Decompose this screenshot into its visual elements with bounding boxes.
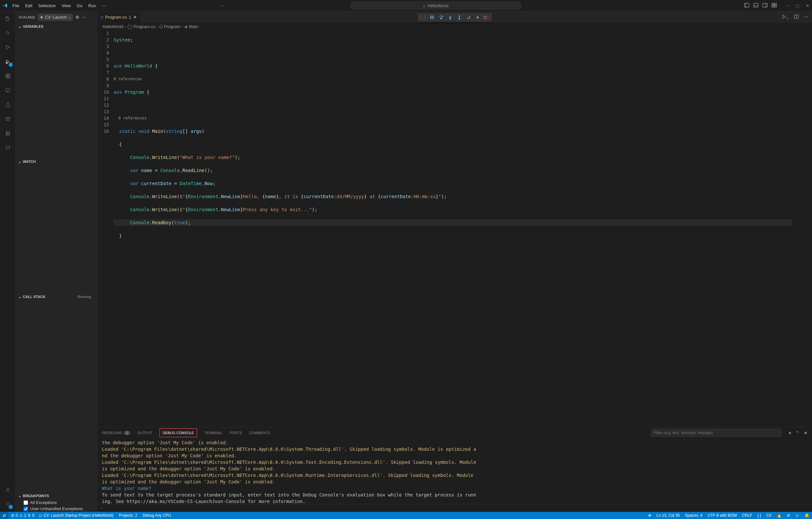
search-activity-icon[interactable] [3,28,12,37]
errors-warnings[interactable]: ⊘ 0 ⚠ 1 ↯ 0 [8,512,37,519]
menu-run[interactable]: Run [86,2,98,9]
line-gutter: 12345678910111213141516 [97,30,114,427]
tab-comments[interactable]: COMMENTS [249,428,270,437]
eol-status[interactable]: CRLF [740,513,755,518]
panel-bottom-icon[interactable] [753,3,758,9]
bp-user-exceptions[interactable]: User-Unhandled Exceptions [16,506,97,512]
bp-checkbox[interactable] [24,500,28,505]
sidebar: RUN AND DEBUG C#: Launch ⌄ ⚙ ⋯ ⌄ VARIABL… [16,11,97,512]
run-debug-icon[interactable]: 1 [3,57,12,66]
statusbar: ⇄ ⊘ 0 ⚠ 1 ↯ 0 ▷ C#: Launch Startup Proje… [0,512,812,519]
launch-settings-icon[interactable]: ⚙ [76,15,79,20]
explorer-icon[interactable] [3,14,12,23]
split-editor-icon[interactable] [794,15,799,20]
server-icon[interactable] [3,129,12,138]
nav-forward-icon[interactable]: → [229,3,233,8]
indent-status[interactable]: Spaces: 4 [683,513,705,518]
account-icon[interactable] [3,485,12,494]
chevron-down-icon: ⌄ [18,494,22,498]
launch-config-label: C#: Launch [45,15,67,20]
maximize-icon[interactable]: ▢ [795,3,799,8]
language-mode[interactable]: C# [764,513,774,518]
remote-indicator[interactable]: ⇄ [0,512,8,519]
tab-terminal[interactable]: TERMINAL [204,428,223,437]
close-icon[interactable]: ✕ [806,3,809,8]
restart-icon[interactable] [464,13,473,22]
tab-modified-badge: 1 [128,15,131,20]
code-editor[interactable]: 12345678910111213141516 System; ace Hell… [97,30,812,427]
tab-program[interactable]: Program.cs 1 ✕ [97,11,140,23]
panel-right-icon[interactable] [762,3,767,9]
menu-selection[interactable]: Selection [36,2,58,9]
chevron-down-icon: ⌄ [18,294,22,299]
run-icon[interactable]: ⌄ [782,15,789,20]
zoom-icon[interactable]: ⊕ [645,513,654,518]
references-icon[interactable] [3,115,12,124]
svg-rect-9 [775,5,776,7]
projects-status[interactable]: Projects: 2 [116,512,140,519]
breakpoints-section[interactable]: ⌄ BREAKPOINTS [16,492,97,499]
step-into-icon[interactable] [446,13,455,22]
hot-reload-icon[interactable] [473,13,482,22]
step-out-icon[interactable] [455,13,464,22]
sidebar-more-icon[interactable]: ⋯ [82,15,86,20]
menu-view[interactable]: View [59,2,74,9]
minimap[interactable] [792,30,812,427]
bp-all-exceptions[interactable]: All Exceptions [16,499,97,506]
launch-target[interactable]: ▷ C#: Launch Startup Project (HelloWorld… [37,512,116,519]
step-over-icon[interactable] [437,13,445,22]
menu-file[interactable]: File [10,2,22,9]
drag-handle-icon[interactable]: ⋮⋮ [418,13,427,22]
panel-up-icon[interactable]: ⌃ [796,431,799,435]
livshare-icon[interactable]: ⊘ [784,513,793,518]
svg-point-10 [6,31,8,34]
testing-icon[interactable] [3,100,12,109]
braces-status[interactable]: { } [755,513,764,518]
code-content[interactable]: System; ace HelloWorld { 0 references as… [114,30,812,427]
menu-more[interactable]: ⋯ [99,2,109,9]
debug-repl-input[interactable]: › [97,504,812,512]
extensions-icon[interactable] [3,71,12,81]
variables-section[interactable]: ⌄ VARIABLES [16,23,97,30]
tab-output[interactable]: OUTPUT [138,428,152,437]
source-control-icon[interactable] [3,43,12,52]
stop-icon[interactable]: ⌄ [483,13,491,22]
bp-checkbox[interactable] [24,507,28,511]
feedback-icon[interactable]: ☺ [793,513,802,518]
pause-icon[interactable] [428,13,436,22]
panel-close-icon[interactable]: ✕ [804,431,807,435]
panel-filter-input[interactable] [651,429,781,437]
editor-more-icon[interactable]: ⋯ [804,15,808,20]
menu-edit[interactable]: Edit [23,2,35,9]
breadcrumb-item[interactable]: Program.cs [134,24,155,29]
breadcrumb-item[interactable]: HelloWorld [103,24,123,29]
remote-explorer-icon[interactable] [3,86,12,95]
svg-rect-2 [754,3,758,7]
comments-activity-icon[interactable] [3,143,12,152]
panel-left-icon[interactable] [744,3,749,9]
watch-section[interactable]: ⌄ WATCH [16,158,97,165]
tab-problems[interactable]: PROBLEMS 1 [102,428,130,438]
collapse-all-icon[interactable]: ≡ [788,431,791,435]
breadcrumb[interactable]: HelloWorld › ◯Program.cs › ⬡Program › ◈M… [97,23,812,30]
tab-ports[interactable]: PORTS [230,428,242,437]
nav-back-icon[interactable]: ← [221,3,225,8]
build-config[interactable]: Debug Any CPU [140,512,174,519]
minimize-icon[interactable]: ─ [786,3,789,8]
cursor-position[interactable]: Ln 13, Col 35 [654,513,683,518]
menu-go[interactable]: Go [74,2,85,9]
tab-debug-console[interactable]: DEBUG CONSOLE [159,428,197,437]
callstack-section[interactable]: ⌄ CALL STACK Running [16,293,97,300]
command-center[interactable]: ⌕ HelloWorld [351,2,521,9]
fire-icon[interactable]: 🔥 [774,513,784,518]
notifications-icon[interactable]: 🔔 [802,513,812,518]
layout-icon[interactable] [772,3,777,9]
debug-console-output[interactable]: the debugger option 'Just My Code' is en… [97,439,812,504]
launch-config-dropdown[interactable]: C#: Launch ⌄ [38,14,73,21]
tab-close-icon[interactable]: ✕ [133,15,137,20]
encoding-status[interactable]: UTF-8 with BOM [705,513,739,518]
breadcrumb-item[interactable]: Program [164,24,180,29]
breadcrumb-item[interactable]: Main [189,24,198,29]
svg-rect-34 [484,16,487,19]
settings-gear-icon[interactable]: 1 [3,499,12,509]
